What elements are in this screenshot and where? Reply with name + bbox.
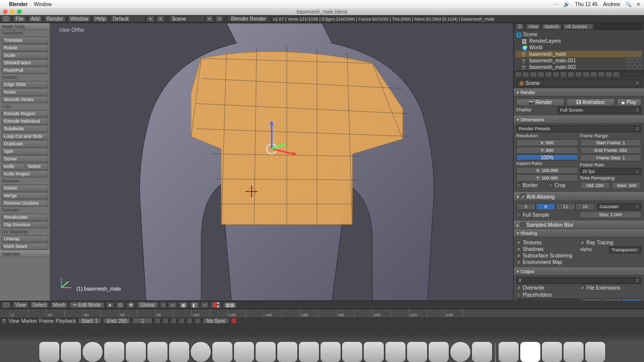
unwrap-button[interactable]: Unwrap bbox=[2, 235, 48, 242]
dock-folder2-icon[interactable] bbox=[520, 342, 540, 362]
clock[interactable]: Thu 12 45 bbox=[575, 2, 598, 7]
play-rev-icon[interactable] bbox=[171, 318, 177, 324]
dock-itunes-icon[interactable] bbox=[450, 342, 470, 362]
timeline-marker-menu[interactable]: Marker bbox=[22, 318, 37, 324]
mac-app-name[interactable]: Blender bbox=[9, 2, 28, 7]
aa-16[interactable]: 16 bbox=[576, 203, 595, 210]
bw-button[interactable]: BW bbox=[583, 299, 602, 301]
aa-8[interactable]: 8 bbox=[536, 203, 555, 210]
dock-app9-icon[interactable] bbox=[472, 342, 492, 362]
manipulator-icon[interactable]: ✥ bbox=[126, 302, 135, 308]
dock-app4-icon[interactable] bbox=[234, 342, 254, 362]
autokey-icon[interactable] bbox=[231, 318, 237, 324]
end-frame-field[interactable]: End: 250 bbox=[103, 318, 130, 324]
remove-doubles-button[interactable]: Remove Doubles bbox=[2, 200, 48, 207]
jump-end-icon[interactable] bbox=[195, 318, 201, 324]
context-breadcrumb[interactable]: 🔆 Scene bbox=[516, 79, 641, 87]
recalculate-button[interactable]: Recalculate bbox=[2, 214, 48, 221]
overwrite-check[interactable]: ✓Overwrite bbox=[516, 285, 578, 291]
spin-button[interactable]: Spin bbox=[2, 148, 48, 155]
extrude-individual-button[interactable]: Extrude Individual bbox=[2, 118, 48, 125]
outliner-renderlayers[interactable]: 🖼RenderLayers bbox=[516, 38, 642, 44]
panel-motion-blur[interactable]: Sampled Motion Blur bbox=[514, 221, 644, 229]
merge-button[interactable]: Merge bbox=[2, 192, 48, 199]
face-select-icon[interactable]: ▣ bbox=[179, 302, 188, 308]
res-y-field[interactable]: Y: 800 bbox=[516, 147, 578, 154]
spotlight-icon[interactable]: 🔍 bbox=[625, 2, 631, 7]
scene-field[interactable]: Scene bbox=[169, 16, 205, 22]
fileext-check[interactable]: ✓File Extensions bbox=[580, 285, 642, 291]
delete-button[interactable]: Delete bbox=[2, 185, 48, 192]
duplicate-button[interactable]: Duplicate bbox=[2, 140, 48, 147]
dock-notes-icon[interactable] bbox=[212, 342, 232, 362]
scene-del-icon[interactable]: × bbox=[215, 16, 223, 22]
dock-steam-icon[interactable] bbox=[277, 342, 297, 362]
translate-button[interactable]: Translate bbox=[2, 37, 48, 44]
3d-viewport[interactable]: User Ortho (1) basemesh_male bbox=[50, 23, 513, 301]
dock-preview-icon[interactable] bbox=[126, 342, 146, 362]
dock-photoshop-icon[interactable] bbox=[385, 342, 406, 362]
outliner-search-menu[interactable]: Search bbox=[542, 24, 561, 30]
outliner-scene[interactable]: 🌐Scene bbox=[516, 31, 642, 38]
shading-mode-icon[interactable]: ● bbox=[106, 302, 114, 308]
dock-blender-icon[interactable] bbox=[407, 342, 427, 362]
flip-direction-button[interactable]: Flip Direction bbox=[2, 221, 48, 228]
layout-del-icon[interactable]: × bbox=[156, 16, 165, 22]
pivot-icon[interactable]: ⊙ bbox=[116, 302, 125, 308]
shrink-fatten-button[interactable]: Shrink/Fatten bbox=[2, 59, 48, 66]
menu-icon[interactable]: ≡ bbox=[637, 2, 640, 7]
user-name[interactable]: Andrew bbox=[603, 2, 620, 7]
3dview-mesh-menu[interactable]: Mesh bbox=[50, 302, 67, 308]
timeline-playback-menu[interactable]: Playback bbox=[56, 318, 76, 324]
dock-app7-icon[interactable] bbox=[364, 342, 384, 362]
rgb-button[interactable]: RGB bbox=[602, 299, 622, 301]
scale-button[interactable]: Scale bbox=[2, 52, 48, 59]
dock-appstore-icon[interactable] bbox=[83, 342, 103, 362]
panel-render[interactable]: Render bbox=[514, 88, 644, 97]
knife-project-button[interactable]: Knife Project bbox=[2, 170, 48, 177]
layout-add-icon[interactable]: + bbox=[146, 16, 154, 22]
aa-size-field[interactable]: Size: 1.000 bbox=[580, 211, 642, 218]
edge-select-icon[interactable]: ▱ bbox=[168, 302, 177, 308]
aspect-x-field[interactable]: X: 100.000 bbox=[516, 167, 578, 174]
display-mode-select[interactable]: Full Screen bbox=[557, 107, 641, 114]
output-path-field[interactable]: // bbox=[516, 277, 641, 284]
orientation-select[interactable]: Global bbox=[137, 302, 158, 308]
crop-check[interactable]: Crop bbox=[548, 182, 578, 189]
prev-key-icon[interactable] bbox=[163, 318, 169, 324]
timeline-ruler[interactable]: 020406080100120140160180200220240 bbox=[0, 309, 644, 317]
loop-cut-button[interactable]: Loop Cut and Slide bbox=[2, 133, 48, 140]
zoom-icon[interactable] bbox=[17, 10, 22, 14]
outliner-filter[interactable]: All Scenes bbox=[563, 24, 593, 30]
dock-app3-icon[interactable] bbox=[169, 342, 189, 362]
panel-output[interactable]: Output bbox=[514, 267, 644, 276]
res-pct-slider[interactable]: 100% bbox=[516, 154, 578, 160]
next-key-icon[interactable] bbox=[187, 318, 193, 324]
close-icon[interactable] bbox=[3, 10, 8, 14]
timeline-editor-icon[interactable]: ⏱ bbox=[2, 318, 7, 324]
dock-app5-icon[interactable] bbox=[299, 342, 319, 362]
volume-icon[interactable]: 🔊 bbox=[564, 2, 570, 7]
dock-app2-icon[interactable] bbox=[147, 342, 168, 362]
sss-check[interactable]: ✓Subsurface Scattering bbox=[516, 252, 578, 259]
dock-folder3-icon[interactable] bbox=[542, 342, 562, 362]
push-pull-button[interactable]: Push/Pull bbox=[2, 67, 48, 74]
dock-app8-icon[interactable] bbox=[429, 342, 449, 362]
placeholders-check[interactable]: Placeholders bbox=[516, 292, 641, 298]
frame-step-field[interactable]: Frame Step: 1 bbox=[580, 154, 642, 161]
outliner-search-input[interactable] bbox=[595, 24, 642, 30]
layers-icon[interactable]: ▦▦ bbox=[223, 302, 237, 308]
textures-check[interactable]: ✓Textures bbox=[516, 239, 578, 246]
editor-type-icon[interactable]: ⓘ bbox=[1, 16, 11, 22]
animation-button[interactable]: 🎞 Animation bbox=[567, 99, 615, 106]
aa-filter-select[interactable]: Gaussian bbox=[597, 203, 641, 210]
shadows-check[interactable]: ✓Shadows bbox=[516, 246, 578, 252]
dock-folder4-icon[interactable] bbox=[564, 342, 584, 362]
dock-skype-icon[interactable] bbox=[256, 342, 276, 362]
menu-help[interactable]: Help bbox=[93, 16, 108, 22]
mark-seam-button[interactable]: Mark Seam bbox=[2, 243, 48, 250]
menu-render[interactable]: Render bbox=[44, 16, 66, 22]
dock-app6-icon[interactable] bbox=[320, 342, 341, 362]
outliner-editor-icon[interactable]: ☰ bbox=[515, 24, 524, 30]
outliner-obj-2[interactable]: ▽basemesh_male.001 bbox=[516, 57, 642, 64]
